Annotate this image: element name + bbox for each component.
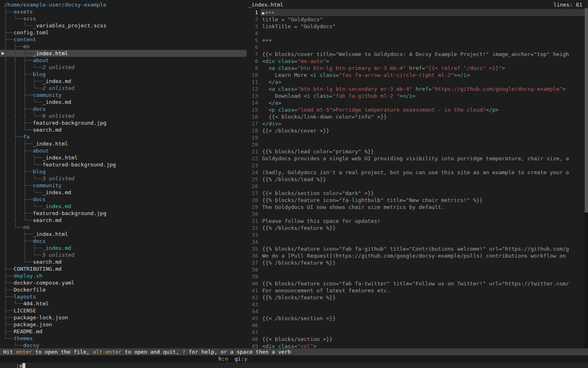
- line-number: 19: [247, 134, 261, 141]
- line-number: 15: [247, 106, 261, 113]
- code-line-content: <a class="btn btn-lg btn-secondary mr-3 …: [261, 85, 585, 92]
- tree-item-label: about: [33, 148, 49, 154]
- code-line-23: 23: [247, 162, 585, 169]
- tree-item-readme-md[interactable]: ├──README.md: [0, 328, 247, 335]
- tree-item-contributing-md[interactable]: ├──CONTRIBUTING.md: [0, 265, 247, 272]
- code-segment: <i class=: [310, 72, 339, 78]
- tree-item-community[interactable]: │ │ ├──community: [0, 92, 247, 99]
- flag-label: gi:: [234, 356, 244, 362]
- tree-item-docs[interactable]: │ │ ├──docs: [0, 105, 247, 112]
- tree-branch-lines: ├──: [4, 307, 13, 314]
- tree-item-label: 9 unlisted: [42, 113, 74, 119]
- code-segment: {{% blocks/feature icon="fa-lightbulb" t…: [262, 197, 483, 203]
- code-line-content: [261, 162, 585, 169]
- tree-item-docker-compose-yaml[interactable]: ├──docker-compose.yaml: [0, 279, 247, 286]
- tree-item-label: 3 unlisted: [42, 175, 74, 182]
- tree-item-search-md[interactable]: │ └──search.md: [0, 258, 247, 265]
- tree-item-label: layouts: [13, 294, 36, 300]
- line-number: 4: [247, 30, 261, 37]
- code-segment: +++: [262, 37, 272, 43]
- tree-item-label: LICENSE: [13, 307, 36, 314]
- tree-item-search-md[interactable]: │ │ └──search.md: [0, 217, 247, 224]
- tree-item--index-md[interactable]: │ │ │ └──_index.md: [0, 99, 247, 105]
- tree-item-404-html[interactable]: │ └──404.html: [0, 300, 247, 307]
- code-line-content: </div>: [261, 120, 585, 127]
- tree-item--index-html[interactable]: │ ├──_index.html: [0, 231, 247, 238]
- tree-item-dockerfile[interactable]: ├──Dockerfile: [0, 286, 247, 293]
- code-line-content: For announcement of latest features etc.: [261, 287, 585, 294]
- preview-scrollbar-thumb[interactable]: [585, 8, 588, 213]
- tree-item-label: CONTRIBUTING.md: [13, 266, 61, 272]
- tree-item-package-json[interactable]: ├──package.json: [0, 321, 247, 328]
- code-segment: >: [313, 343, 316, 348]
- tree-item-label: 404.html: [23, 301, 49, 307]
- code-line-7: 7{{< blocks/cover title="Welcome to Gold…: [247, 51, 585, 58]
- tree-item-docs[interactable]: │ ├──docs: [0, 238, 247, 245]
- tree-item--variables-project-scss[interactable]: │ └──_variables_project.scss: [0, 22, 247, 29]
- tree-item--index-md[interactable]: │ │ │ └──_index.md: [0, 189, 247, 196]
- command-input-line[interactable]: :e h:ngi:y: [0, 355, 588, 362]
- tree-item-blog[interactable]: │ │ ├──blog: [0, 71, 247, 78]
- tree-branch-lines: │ │ ├──: [4, 120, 33, 126]
- preview-scrollbar[interactable]: [585, 8, 588, 348]
- line-number: 14: [247, 99, 261, 106]
- tree-branch-lines: │ │ ├──: [4, 106, 33, 112]
- line-number: 32: [247, 224, 261, 231]
- tree-item-featured-background-jpg[interactable]: │ │ ├──featured-background.jpg: [0, 210, 247, 217]
- tree-item-community[interactable]: │ │ ├──community: [0, 182, 247, 189]
- tree-item-docsy[interactable]: └──docsy: [0, 342, 247, 348]
- tree-item-label: no: [23, 224, 30, 230]
- tree-item-label: config.toml: [13, 29, 49, 36]
- tree-item-assets[interactable]: ├──assets: [0, 8, 247, 15]
- tree-item--home-example-user-docsy-example[interactable]: /home/example-user/docsy-example: [0, 1, 247, 8]
- tree-item-no[interactable]: │ └──no: [0, 224, 247, 231]
- code-line-content: </a>: [261, 79, 585, 85]
- tree-item--index-html[interactable]: │ │ ├──_index.html: [0, 140, 247, 147]
- tree-item-about[interactable]: │ │ ├──about: [0, 57, 247, 64]
- broot-app: /home/example-user/docsy-example├──asset…: [0, 0, 588, 368]
- tree-branch-lines: └──: [4, 342, 23, 348]
- tree-item-license[interactable]: ├──LICENSE: [0, 307, 247, 314]
- tree-item-themes[interactable]: └──themes: [0, 335, 247, 342]
- tree-branch-lines: │ │ ├──: [4, 196, 33, 202]
- tree-item-layouts[interactable]: ├──layouts: [0, 293, 247, 300]
- tree-item-docs[interactable]: │ │ ├──docs: [0, 196, 247, 203]
- tree-item-deploy-sh[interactable]: ├──deploy.sh: [0, 272, 247, 279]
- line-number: 26: [247, 183, 261, 190]
- tree-item-en[interactable]: │ ├──en: [0, 43, 247, 50]
- tree-item--index-html[interactable]: │ │ │ ├──_index.html: [0, 154, 247, 161]
- tree-item--index-md[interactable]: │ │ │ └──_index.md: [0, 203, 247, 210]
- tree-item--index-html[interactable]: ▶│ │ ├──_index.html: [0, 50, 247, 57]
- line-number: 49: [247, 343, 261, 348]
- tree-item-blog[interactable]: │ │ ├──blog: [0, 168, 247, 175]
- tree-item-config-toml[interactable]: ├──config.toml: [0, 29, 247, 36]
- code-line-content: [261, 301, 585, 308]
- tree-item-search-md[interactable]: │ │ └──search.md: [0, 126, 247, 133]
- code-line-26: 26: [247, 183, 585, 190]
- code-line-18: 18{{< /blocks/cover >}}: [247, 127, 585, 134]
- tree-branch-lines: │ ├──: [4, 134, 23, 140]
- tree-item--index-md[interactable]: │ │ │ ├──_index.md: [0, 78, 247, 85]
- code-segment: {{% /blocks/feature %}}: [262, 294, 336, 301]
- command-prompt[interactable]: :e: [16, 363, 22, 368]
- tree-branch-lines: │ │ ├──: [4, 71, 33, 77]
- code-line-42: 42{{% /blocks/feature %}}: [247, 294, 585, 301]
- tree-item--index-md[interactable]: │ │ ├──_index.md: [0, 245, 247, 251]
- status-key-hint: alt-enter: [93, 349, 121, 355]
- tree-item-label: package.json: [13, 321, 52, 328]
- code-line-content: The Goldydocs UI now shows chair size me…: [261, 204, 585, 211]
- tree-item-about[interactable]: │ │ ├──about: [0, 147, 247, 154]
- tree-item-featured-background-jpg[interactable]: │ │ ├──featured-background.jpg: [0, 119, 247, 126]
- tree-item-scss[interactable]: │ └──scss: [0, 15, 247, 22]
- code-segment: >: [332, 107, 336, 113]
- code-segment: "btn btn-lg btn-secondary mr-3 mb-4": [297, 86, 412, 92]
- line-number: 36: [247, 252, 261, 259]
- code-segment: {{% blocks/feature icon="fab fa-twitter"…: [262, 280, 569, 287]
- tree-item-package-lock-json[interactable]: ├──package-lock.json: [0, 314, 247, 321]
- tree-item-fa[interactable]: │ ├──fa: [0, 133, 247, 140]
- tree-item-label: _index.html: [33, 141, 68, 147]
- tree-item-content[interactable]: ├──content: [0, 36, 247, 43]
- code-segment: >: [326, 58, 330, 64]
- tree-item-featured-background-jpg[interactable]: │ │ │ └──featured-background.jpg: [0, 161, 247, 168]
- line-number: 33: [247, 231, 261, 238]
